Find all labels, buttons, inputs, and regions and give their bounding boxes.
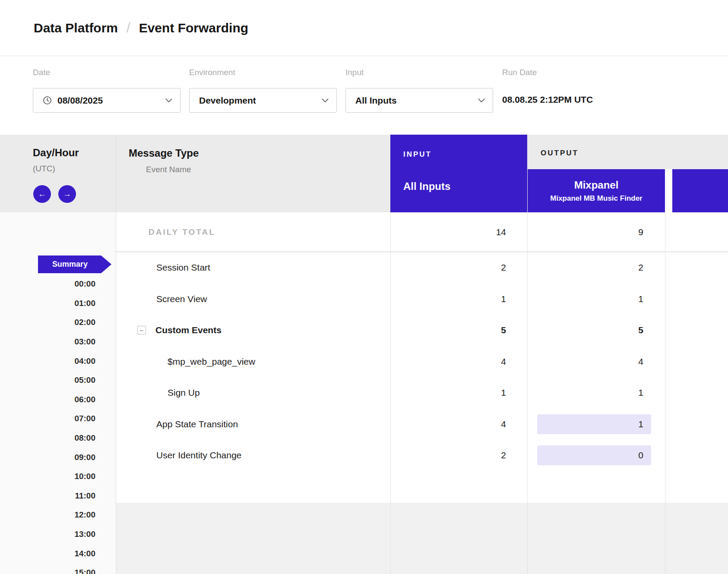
environment-select[interactable]: Development (189, 88, 337, 113)
table-row: User Identity Change20 (0, 440, 728, 471)
hour-item-1500[interactable]: 15:00 (0, 563, 95, 574)
input-column-label: INPUT (403, 150, 432, 159)
row-label: App State Transition (156, 409, 238, 440)
daily-total-output-cell: 9 (528, 212, 665, 252)
input-value-cell: 2 (390, 440, 527, 471)
output-value-cell: 4 (528, 346, 665, 378)
input-value-cell: 1 (390, 284, 527, 315)
table-row: $mp_web_page_view44 (0, 346, 728, 378)
row-label: Session Start (156, 252, 210, 284)
table-row: App State Transition41 (0, 409, 728, 440)
table-row: −Custom Events55 (0, 315, 728, 346)
input-value-cell: 1 (390, 377, 527, 409)
hour-item-1200[interactable]: 12:00 (0, 505, 95, 525)
output-column-header-partial (672, 169, 728, 212)
input-value-cell: 2 (390, 252, 527, 284)
date-select[interactable]: 08/08/2025 (33, 88, 180, 113)
environment-filter-label: Environment (189, 68, 235, 77)
output-value: 2 (537, 258, 651, 278)
output-value-cell: 1 (528, 409, 665, 440)
collapse-toggle-icon[interactable]: − (137, 326, 146, 334)
filter-bar: Date Environment Input Run Date 08/08/20… (0, 56, 728, 135)
output-value-cell: 0 (528, 440, 665, 471)
output-value-cell: 5 (528, 315, 665, 346)
input-value-cell: 4 (390, 346, 527, 378)
input-value-cell: 4 (390, 409, 527, 440)
breadcrumb-separator: / (127, 20, 130, 36)
output-column-header-mixpanel[interactable]: Mixpanel Mixpanel MB Music Finder (528, 169, 665, 212)
output-value: 5 (537, 320, 651, 340)
date-select-value: 08/08/2025 (57, 95, 103, 106)
output-value: 1 (537, 383, 651, 403)
input-filter-label: Input (345, 68, 364, 77)
row-label: User Identity Change (156, 440, 241, 471)
table-row: Session Start22 (0, 252, 728, 284)
input-column-name: All Inputs (403, 180, 450, 192)
event-name-subtitle: Event Name (146, 165, 191, 174)
row-label: Custom Events (155, 315, 222, 346)
message-type-title: Message Type (129, 147, 199, 159)
output-value-cell: 1 (528, 377, 665, 409)
daily-total-output-value: 9 (537, 222, 651, 242)
table-footer-area (116, 503, 728, 574)
output-column-subtitle: Mixpanel MB Music Finder (550, 194, 642, 203)
row-label: Sign Up (168, 377, 200, 409)
row-label: Screen View (156, 284, 207, 315)
input-select-value: All Inputs (355, 95, 397, 106)
output-value-cell: 1 (528, 284, 665, 315)
output-highlight-cell[interactable]: 0 (537, 445, 651, 465)
input-column-header: INPUT All Inputs (390, 135, 527, 212)
event-rows: Session Start22Screen View11−Custom Even… (0, 252, 728, 471)
run-date-value: 08.08.25 2:12PM UTC (502, 95, 593, 105)
output-value: 1 (537, 289, 651, 309)
breadcrumb-item-data-platform[interactable]: Data Platform (34, 21, 118, 35)
chevron-down-icon (478, 98, 485, 103)
table-row: Sign Up11 (0, 377, 728, 409)
chevron-down-icon (322, 98, 329, 103)
event-forwarding-page: Data Platform / Event Forwarding Date En… (0, 0, 728, 574)
daily-total-label: DAILY TOTAL (149, 212, 215, 252)
breadcrumb-item-event-forwarding: Event Forwarding (139, 21, 248, 35)
date-filter-label: Date (33, 68, 50, 77)
hour-item-1100[interactable]: 11:00 (0, 486, 95, 506)
breadcrumb: Data Platform / Event Forwarding (0, 0, 728, 56)
output-section-label: OUTPUT (541, 149, 579, 158)
input-select[interactable]: All Inputs (345, 88, 493, 113)
input-value-cell: 5 (390, 315, 527, 346)
daily-total-row: DAILY TOTAL 14 9 (0, 212, 728, 252)
clock-icon (43, 96, 52, 105)
prev-day-button[interactable]: ← (33, 185, 51, 203)
environment-select-value: Development (199, 95, 256, 106)
hour-item-1400[interactable]: 14:00 (0, 544, 95, 563)
daily-total-input-value: 14 (390, 212, 527, 252)
grid-header: Day/Hour (UTC) ← → Message Type Event Na… (0, 135, 728, 212)
output-value-cell: 2 (528, 252, 665, 284)
output-column-name: Mixpanel (574, 179, 619, 191)
output-value: 4 (537, 352, 651, 372)
column-gap (665, 169, 672, 212)
day-hour-subtitle: (UTC) (33, 164, 55, 173)
arrow-right-icon: → (63, 190, 71, 198)
output-highlight-cell[interactable]: 1 (537, 414, 651, 434)
day-hour-title: Day/Hour (33, 147, 79, 159)
next-day-button[interactable]: → (58, 185, 76, 203)
row-label: $mp_web_page_view (168, 346, 255, 378)
chevron-down-icon (165, 98, 172, 103)
table-row: Screen View11 (0, 284, 728, 315)
arrow-left-icon: ← (38, 190, 46, 198)
hour-item-1300[interactable]: 13:00 (0, 525, 95, 544)
run-date-label: Run Date (502, 68, 537, 77)
